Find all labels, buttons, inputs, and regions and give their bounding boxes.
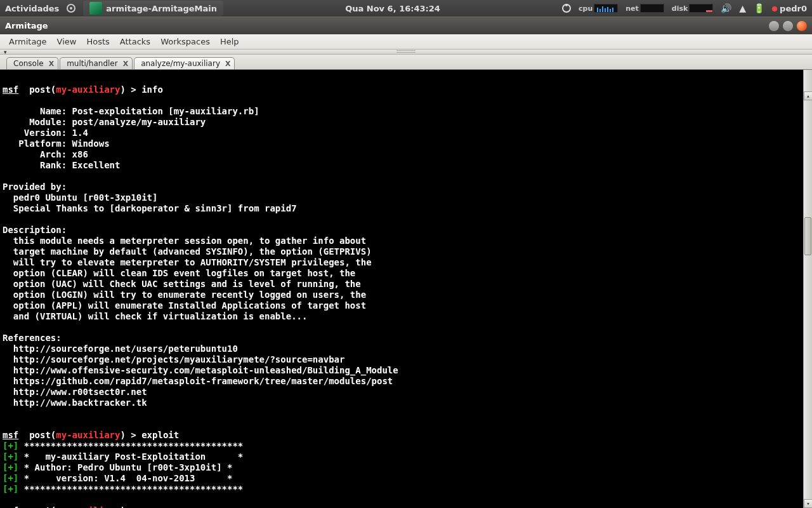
- net-graph: [640, 4, 664, 13]
- tab-row: Console X multi/handler X analyze/my-aux…: [0, 55, 812, 70]
- menu-hosts[interactable]: Hosts: [82, 36, 113, 48]
- menu-help[interactable]: Help: [216, 36, 243, 48]
- cpu-graph: [594, 4, 618, 13]
- apps-icon[interactable]: [67, 4, 75, 13]
- tab-close-icon[interactable]: X: [225, 60, 230, 68]
- collapsed-pane-strip[interactable]: ▾: [0, 50, 812, 55]
- console-output: msf post(my-auxiliary) > info Name: Post…: [0, 70, 803, 508]
- accessibility-icon[interactable]: [562, 4, 571, 13]
- expand-arrow-icon[interactable]: ▾: [4, 49, 7, 55]
- desktop-topbar: Actividades armitage-ArmitageMain Qua No…: [0, 0, 812, 17]
- user-menu[interactable]: pedr0: [772, 4, 807, 13]
- activities-button[interactable]: Actividades: [5, 4, 59, 13]
- taskbar-app-button[interactable]: armitage-ArmitageMain: [83, 1, 223, 16]
- taskbar-app-label: armitage-ArmitageMain: [106, 4, 217, 13]
- menu-view[interactable]: View: [53, 36, 81, 48]
- menu-attacks[interactable]: Attacks: [116, 36, 154, 48]
- battery-icon[interactable]: 🔋: [754, 3, 764, 13]
- wifi-icon[interactable]: ▲: [739, 3, 746, 13]
- window-minimize-button[interactable]: [769, 21, 779, 31]
- tab-console[interactable]: Console X: [6, 57, 58, 69]
- disk-graph: [689, 4, 713, 13]
- scroll-thumb[interactable]: [804, 217, 811, 255]
- tab-close-icon[interactable]: X: [123, 60, 128, 68]
- tab-label: Console: [13, 59, 44, 68]
- scroll-down-button[interactable]: ▾: [804, 499, 812, 508]
- tab-close-icon[interactable]: X: [49, 60, 54, 68]
- console-scrollbar[interactable]: ▴ ▾: [803, 70, 812, 508]
- tab-multi-handler[interactable]: multi/handler X: [60, 57, 133, 69]
- window-titlebar[interactable]: Armitage: [0, 17, 812, 34]
- console-pane[interactable]: msf post(my-auxiliary) > info Name: Post…: [0, 70, 812, 508]
- window-title: Armitage: [5, 21, 48, 30]
- user-status-icon: [772, 6, 777, 11]
- tab-label: multi/handler: [67, 59, 118, 68]
- cpu-monitor[interactable]: cpu: [579, 4, 618, 13]
- net-monitor[interactable]: net: [625, 4, 664, 13]
- window-maximize-button[interactable]: [783, 21, 793, 31]
- splitter-grip-icon[interactable]: [396, 50, 416, 53]
- app-menubar: Armitage View Hosts Attacks Workspaces H…: [0, 34, 812, 50]
- tab-label: analyze/my-auxiliary: [141, 59, 220, 68]
- volume-icon[interactable]: 🔊: [721, 3, 731, 13]
- menu-workspaces[interactable]: Workspaces: [157, 36, 214, 48]
- clock-label[interactable]: Qua Nov 6, 16:43:24: [345, 4, 440, 13]
- menu-armitage[interactable]: Armitage: [5, 36, 51, 48]
- window-close-button[interactable]: [797, 21, 807, 31]
- armitage-app-icon: [89, 2, 102, 15]
- tab-analyze-my-auxiliary[interactable]: analyze/my-auxiliary X: [134, 57, 235, 69]
- scroll-track[interactable]: [804, 79, 812, 499]
- disk-monitor[interactable]: disk: [672, 4, 714, 13]
